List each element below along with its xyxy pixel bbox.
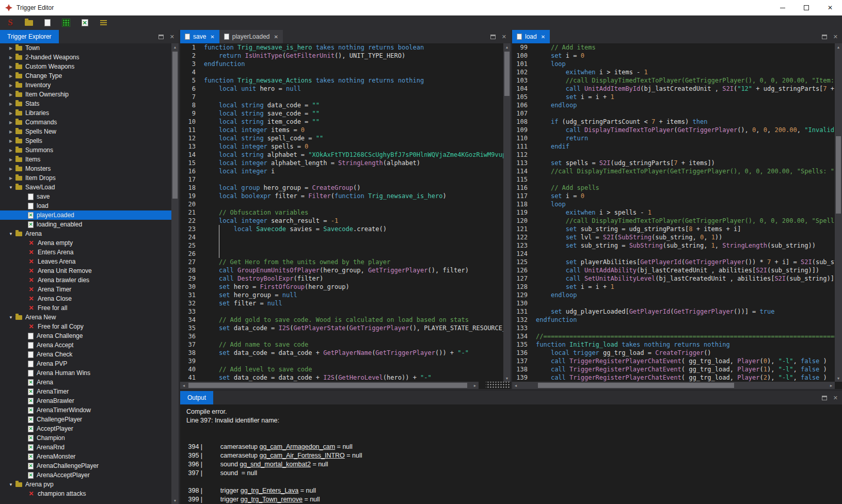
code-line[interactable]: 128 set i = i + 1 (512, 283, 835, 291)
scroll-up-icon[interactable]: ▲ (171, 43, 179, 51)
code-line[interactable]: 26 (180, 250, 503, 258)
expand-arrow-icon[interactable]: ▶ (6, 83, 15, 88)
code-line[interactable]: 132endfunction (512, 316, 835, 324)
code-line[interactable]: 29 call DestroyBoolExpr(filter) (180, 274, 503, 283)
code-line[interactable]: 105 set i = i + 1 (512, 93, 835, 101)
code-line[interactable]: 136 local trigger gg_trg_load = CreateTr… (512, 349, 835, 357)
tree-item[interactable]: ✕ArenaAcceptPlayer (0, 470, 171, 480)
tree-item[interactable]: ▶Town (0, 43, 171, 53)
float-panel-icon[interactable] (822, 396, 827, 400)
new-category-button[interactable] (23, 17, 35, 29)
scroll-thumb[interactable] (538, 383, 734, 388)
expand-arrow-icon[interactable]: ▶ (6, 129, 15, 134)
close-panel-icon[interactable]: ✕ (833, 395, 838, 401)
code-line[interactable]: 129 endloop (512, 291, 835, 299)
tree-item[interactable]: ✕loading_enabled (0, 220, 171, 229)
float-panel-icon[interactable] (490, 35, 496, 39)
tab-close-icon[interactable]: ✕ (210, 34, 214, 40)
code-line[interactable]: 2 return IsUnitType(GetFilterUnit(), UNI… (180, 52, 503, 60)
code-line[interactable]: 127 call SetUnitAbilityLevel(bj_lastCrea… (512, 274, 835, 283)
code-line[interactable]: 38 set data_code = data_code + GetPlayer… (180, 349, 503, 357)
code-line[interactable]: 125 set playerAbilities[GetPlayerId(GetT… (512, 258, 835, 266)
code-line[interactable]: 10 local string item_code = "" (180, 118, 503, 126)
expand-arrow-icon[interactable]: ▶ (6, 139, 15, 143)
code-line[interactable]: 39 (180, 357, 503, 365)
tree-item[interactable]: ▶Monsters (0, 164, 171, 173)
expand-arrow-icon[interactable]: ▶ (6, 167, 15, 171)
tree-item[interactable]: ▶Spells (0, 136, 171, 145)
code-line[interactable]: 138 call TriggerRegisterPlayerChatEvent(… (512, 365, 835, 373)
code-line[interactable]: 100 set i = 0 (512, 52, 835, 60)
tree-item[interactable]: ✕Arena Close (0, 294, 171, 303)
code-line[interactable]: 32 set filter = null (180, 299, 503, 307)
code-line[interactable]: 25 (180, 241, 503, 250)
code-line[interactable]: 117 set i = 0 (512, 192, 835, 200)
enable-trigger-button[interactable]: ✕ (78, 17, 91, 29)
code-line[interactable]: 24 (180, 233, 503, 241)
code-line[interactable]: 22 local integer search_result = -1 (180, 217, 503, 225)
tree-item[interactable]: ▶Libraries (0, 108, 171, 118)
expand-arrow-icon[interactable]: ▶ (6, 148, 15, 153)
scroll-down-icon[interactable]: ▼ (835, 375, 842, 382)
code-line[interactable]: 108 if (udg_stringPartsCount < 7 + items… (512, 118, 835, 126)
expand-arrow-icon[interactable]: ▶ (6, 176, 15, 181)
tree-item[interactable]: save (0, 192, 171, 201)
tree-item[interactable]: load (0, 201, 171, 210)
tree-item[interactable]: ✕ArenaTimerWindow (0, 405, 171, 415)
tree-item[interactable]: ✕ArenaMonster (0, 452, 171, 461)
code-line[interactable]: 33 (180, 307, 503, 316)
code-line[interactable]: 106 endloop (512, 101, 835, 109)
editor-hscrollbar[interactable]: ◄ ► (512, 382, 835, 389)
code-line[interactable]: 12 local string spell_code = "" (180, 134, 503, 142)
tree-item[interactable]: ▶Inventory (0, 80, 171, 90)
code-line[interactable]: 7 (180, 93, 503, 101)
error-identifier-link[interactable]: gg_cam_Armagedon_cam (260, 443, 336, 450)
tree-item[interactable]: ✕Arena Timer (0, 285, 171, 294)
code-editor-load[interactable]: 99 // Add items100 set i = 0101 loop102 … (512, 43, 835, 382)
code-line[interactable]: 112 (512, 151, 835, 159)
tree-item[interactable]: ▶Items (0, 155, 171, 164)
jass-script-button[interactable]: S (4, 17, 17, 29)
code-line[interactable]: 135function InitTrig_load takes nothing … (512, 340, 835, 349)
expand-arrow-icon[interactable]: ▶ (6, 102, 15, 106)
tree-item[interactable]: Arena Accept (0, 340, 171, 350)
tree-item[interactable]: ▼Arena pvp (0, 480, 171, 489)
tree-item[interactable]: ✕ArenaChallengePlayer (0, 461, 171, 470)
tree-item[interactable]: ▶Spells New (0, 127, 171, 136)
code-line[interactable]: 122 set lvl = S2I(SubString(sub_string, … (512, 233, 835, 241)
tree-item[interactable]: Arena Human Wins (0, 368, 171, 378)
code-line[interactable]: 35 set data_code = I2S(GetPlayerState(Ge… (180, 324, 503, 332)
code-line[interactable]: 3endfunction (180, 60, 503, 68)
tree-item[interactable]: ✕Enters Arena (0, 248, 171, 257)
tree-item[interactable]: ▼Arena New (0, 313, 171, 322)
code-line[interactable]: 131 set udg_playerLoaded[GetPlayerId(Get… (512, 307, 835, 316)
code-line[interactable]: 123 set sub_string = SubString(sub_strin… (512, 241, 835, 250)
code-line[interactable]: 18 local group hero_group = CreateGroup(… (180, 184, 503, 192)
code-line[interactable]: 4 (180, 68, 503, 76)
scroll-right-icon[interactable]: ► (471, 382, 479, 389)
code-line[interactable]: 19 local boolexpr filter = Filter(functi… (180, 192, 503, 200)
code-line[interactable]: 21 // Obfuscation variables (180, 208, 503, 217)
collapse-arrow-icon[interactable]: ▼ (6, 315, 15, 320)
scroll-right-icon[interactable]: ► (828, 382, 835, 389)
code-line[interactable]: 121 set sub_string = udg_stringParts[8 +… (512, 225, 835, 233)
tree-item[interactable]: ▶2-handed Weapons (0, 53, 171, 62)
trigger-comment-button[interactable] (97, 17, 109, 29)
expand-arrow-icon[interactable]: ▶ (6, 64, 15, 69)
code-line[interactable]: 30 set hero = FirstOfGroup(hero_group) (180, 283, 503, 291)
editor-vscrollbar[interactable]: ▲ ▼ (835, 43, 842, 382)
scroll-down-icon[interactable]: ▼ (503, 375, 511, 382)
editor-vscrollbar[interactable]: ▲ ▼ (503, 43, 511, 382)
code-line[interactable]: 34 // Add gold to save code. Wood is cal… (180, 316, 503, 324)
collapse-arrow-icon[interactable]: ▼ (6, 185, 15, 190)
tree-item[interactable]: ▶Commands (0, 118, 171, 127)
code-line[interactable]: 134//===================================… (512, 332, 835, 340)
close-panel-icon[interactable]: ✕ (170, 34, 174, 40)
tree-item[interactable]: ✕champion attacks (0, 489, 171, 498)
code-line[interactable]: 6 local unit hero = null (180, 85, 503, 93)
tree-item[interactable]: ▼Save/Load (0, 183, 171, 192)
float-panel-icon[interactable] (822, 35, 827, 39)
new-trigger-button[interactable] (41, 17, 54, 29)
tree-item[interactable]: ▼Arena (0, 229, 171, 238)
code-line[interactable]: 114 //call DisplayTimedTextToPlayer(GetT… (512, 167, 835, 175)
